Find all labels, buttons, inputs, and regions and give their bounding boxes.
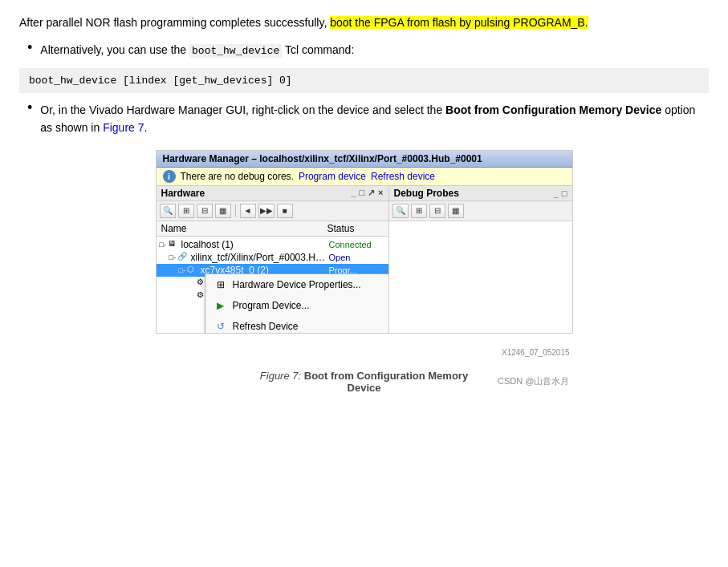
figure-number: Figure 7: xyxy=(260,370,301,382)
bullet1-suffix: Tcl command: xyxy=(285,43,354,56)
detach-btn[interactable]: ↗ xyxy=(368,188,375,198)
expand-toolbar-btn[interactable]: ⊟ xyxy=(197,204,213,218)
intro-paragraph: After parallel NOR flash programming com… xyxy=(19,14,709,31)
context-menu: ⊞ Hardware Device Properties... Ctrl+ ▶ … xyxy=(205,273,388,333)
figure-container: Hardware Manager – localhost/xilinx_tcf/… xyxy=(156,150,573,397)
debug-search-btn[interactable]: 🔍 xyxy=(392,204,409,218)
ctx-program-device[interactable]: ▶ Program Device... xyxy=(205,295,388,316)
figure-watermark: X1246_07_052015 xyxy=(156,346,573,358)
code-block: boot_hw_device [lindex [get_hw_devices] … xyxy=(19,68,709,93)
program-device-link[interactable]: Program device xyxy=(299,171,366,182)
prev-toolbar-btn[interactable]: ◄ xyxy=(240,204,256,218)
figure-caption: Figure 7: Boot from Configuration Memory… xyxy=(156,367,573,397)
tree-row-xilinx[interactable]: □- 🔗 xilinx_tcf/Xilinx/Port_#0003.Hub_#.… xyxy=(157,251,388,264)
tree-toggle-localhost: □- xyxy=(160,241,168,249)
col-headers: Name Status xyxy=(157,221,388,237)
bullet1-prefix: Alternatively, you can use the xyxy=(40,43,186,56)
stop-toolbar-btn[interactable]: ■ xyxy=(277,204,293,218)
hw-manager-titlebar: Hardware Manager – localhost/xilinx_tcf/… xyxy=(157,151,572,168)
hw-manager-infobar: i There are no debug cores. Program devi… xyxy=(157,168,572,186)
close-btn[interactable]: × xyxy=(378,188,383,198)
bullet-dot-2: • xyxy=(27,99,32,116)
refresh-device-link[interactable]: Refresh device xyxy=(371,171,435,182)
ctx-prog-label: Program Device... xyxy=(233,300,388,311)
bullet1-code: boot_hw_device xyxy=(189,44,282,58)
debug-toolbar: 🔍 ⊞ ⊟ ▦ xyxy=(389,201,572,221)
computer-icon: 🖥 xyxy=(168,239,179,250)
debug-minimize-btn[interactable]: _ xyxy=(554,188,559,198)
info-icon: i xyxy=(163,170,176,183)
hardware-toolbar: 🔍 ⊞ ⊟ ▦ ◄ ▶▶ ■ xyxy=(157,201,388,221)
watermark-csdn: CSDN @山音水月 xyxy=(474,375,570,387)
figure7-link[interactable]: Figure 7 xyxy=(103,121,144,134)
ctx-hw-device-properties[interactable]: ⊞ Hardware Device Properties... Ctrl+ xyxy=(205,274,388,295)
hardware-panel-title: Hardware xyxy=(161,188,205,199)
debug-panel-controls: _ □ xyxy=(554,188,567,198)
filter-toolbar-btn[interactable]: ⊞ xyxy=(178,204,194,218)
panel-controls: _ □ ↗ × xyxy=(351,188,383,198)
ctx-hw-props-icon: ⊞ xyxy=(214,277,228,292)
restore-btn[interactable]: □ xyxy=(359,188,364,198)
ctx-hw-props-label: Hardware Device Properties... xyxy=(233,279,388,290)
watermark-id: X1246_07_052015 xyxy=(502,348,570,357)
ctx-refresh-device[interactable]: ↺ Refresh Device xyxy=(205,316,388,333)
debug-content-area xyxy=(389,221,572,318)
search-toolbar-btn[interactable]: 🔍 xyxy=(160,204,176,218)
figure-caption-center: Figure 7: Boot from Configuration Memory… xyxy=(255,370,474,394)
intro-text-before: After parallel NOR flash programming com… xyxy=(19,16,327,29)
col-status-header: Status xyxy=(327,223,384,234)
collapse-toolbar-btn[interactable]: ▦ xyxy=(215,204,231,218)
bullet2-end: . xyxy=(144,121,148,134)
bullet-content-1: Alternatively, you can use the boot_hw_d… xyxy=(40,41,354,60)
debug-panel: Debug Probes _ □ 🔍 ⊞ ⊟ ▦ xyxy=(389,186,572,333)
tree-toggle-xilinx: □- xyxy=(169,253,177,261)
debug-panel-title: Debug Probes xyxy=(394,188,459,199)
next-toolbar-btn[interactable]: ▶▶ xyxy=(258,204,275,218)
debug-collapse-btn[interactable]: ▦ xyxy=(448,204,464,218)
tree-label-localhost: localhost (1) xyxy=(181,239,329,250)
debug-restore-btn[interactable]: □ xyxy=(562,188,567,198)
figure-caption-text: Boot from Configuration Memory Device xyxy=(304,370,468,394)
hw-manager-body: Hardware _ □ ↗ × 🔍 ⊞ ⊟ ▦ ◄ ▶▶ xyxy=(157,186,572,333)
hw-manager-window: Hardware Manager – localhost/xilinx_tcf/… xyxy=(156,150,573,334)
ctx-prog-icon: ▶ xyxy=(214,298,228,313)
col-name-header: Name xyxy=(161,223,327,234)
minimize-btn[interactable]: _ xyxy=(351,188,356,198)
hw-manager-title: Hardware Manager xyxy=(163,153,249,164)
debug-filter-btn[interactable]: ⊞ xyxy=(411,204,427,218)
bullet2-bold: Boot from Configuration Memory Device xyxy=(445,103,661,116)
toolbar-sep-1 xyxy=(235,205,236,217)
intro-text-highlighted: boot the FPGA from flash by pulsing PROG… xyxy=(330,16,588,29)
tree-label-xilinx: xilinx_tcf/Xilinx/Port_#0003.Hub_#... xyxy=(191,252,329,263)
bullet-content-2: Or, in the Vivado Hardware Manager GUI, … xyxy=(40,101,709,137)
tree-row-localhost[interactable]: □- 🖥 localhost (1) Connected xyxy=(157,238,388,251)
debug-panel-titlebar: Debug Probes _ □ xyxy=(389,186,572,201)
bullet2-prefix: Or, in the Vivado Hardware Manager GUI, … xyxy=(40,103,442,116)
title-sep: – xyxy=(251,153,259,164)
infobar-text: There are no debug cores. xyxy=(181,171,294,182)
bullet-item-2: • Or, in the Vivado Hardware Manager GUI… xyxy=(19,101,709,137)
tree-toggle-xc7vx: □- xyxy=(179,266,187,274)
bullet-item-1: • Alternatively, you can use the boot_hw… xyxy=(19,41,709,60)
bullet-dot-1: • xyxy=(27,39,32,56)
hardware-panel: Hardware _ □ ↗ × 🔍 ⊞ ⊟ ▦ ◄ ▶▶ xyxy=(157,186,389,333)
hw-manager-title-path: localhost/xilinx_tcf/Xilinx/Port_#0003.H… xyxy=(259,153,482,164)
ctx-refresh-icon: ↺ xyxy=(214,319,228,333)
fpga-icon: ⬡ xyxy=(187,265,198,276)
tree-area: □- 🖥 localhost (1) Connected □- 🔗 xilinx… xyxy=(157,237,388,333)
hardware-panel-titlebar: Hardware _ □ ↗ × xyxy=(157,186,388,201)
link-icon: 🔗 xyxy=(177,252,189,263)
debug-expand-btn[interactable]: ⊟ xyxy=(429,204,445,218)
ctx-refresh-label: Refresh Device xyxy=(233,321,388,332)
tree-status-localhost: Connected xyxy=(329,240,385,249)
tree-status-xilinx: Open xyxy=(329,253,385,262)
